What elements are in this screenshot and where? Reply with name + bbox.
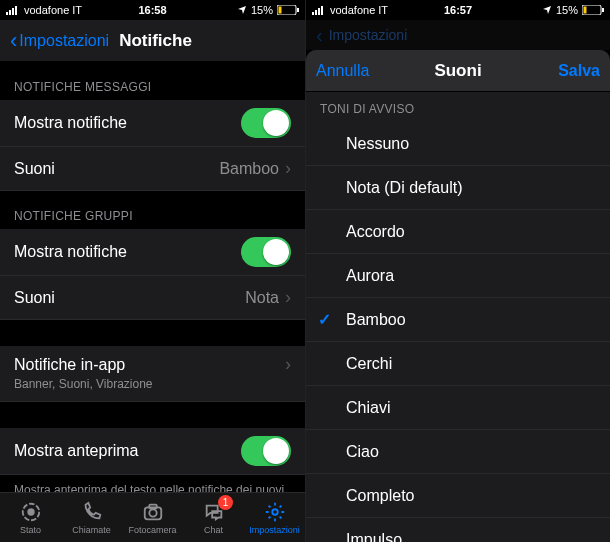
sound-option-label: Nota (Di default) [346, 179, 463, 197]
page-title: Notifiche [119, 31, 192, 51]
clock: 16:57 [444, 4, 472, 16]
label: Mostra notifiche [14, 114, 241, 132]
dimmed-nav: ‹ Impostazioni [306, 20, 610, 50]
tab-status[interactable]: Stato [0, 493, 61, 542]
svg-rect-5 [279, 7, 282, 14]
status-bar: vodafone IT 16:58 15% [0, 0, 305, 20]
signal-icon [312, 5, 326, 15]
row-show-notifications-groups[interactable]: Mostra notifiche [0, 229, 305, 276]
battery-label: 15% [251, 4, 273, 16]
row-show-notifications-msgs[interactable]: Mostra notifiche [0, 100, 305, 147]
value: Nota [245, 289, 279, 307]
sound-option[interactable]: Aurora [306, 254, 610, 298]
battery-label: 15% [556, 4, 578, 16]
preview-note: Mostra anteprima del testo nelle notific… [0, 475, 305, 492]
value: Bamboo [219, 160, 279, 178]
carrier-label: vodafone IT [330, 4, 388, 16]
toggle-on-icon[interactable] [241, 436, 291, 466]
back-label: Impostazioni [19, 32, 109, 50]
checkmark-icon: ✓ [318, 310, 331, 329]
sound-option[interactable]: Accordo [306, 210, 610, 254]
sound-option-label: Nessuno [346, 135, 409, 153]
sound-option[interactable]: Ciao [306, 430, 610, 474]
sound-option-label: Impulso [346, 531, 402, 543]
svg-rect-16 [321, 6, 323, 15]
sound-option[interactable]: Completo [306, 474, 610, 518]
label: Notifiche in-app [14, 356, 285, 374]
modal-title: Suoni [434, 61, 481, 81]
svg-rect-13 [312, 12, 314, 15]
cancel-button[interactable]: Annulla [316, 62, 369, 80]
section-messages: NOTIFICHE MESSAGGI [0, 62, 305, 100]
svg-rect-0 [6, 12, 8, 15]
sound-option-label: Ciao [346, 443, 379, 461]
location-icon [237, 5, 247, 15]
sound-option-label: Completo [346, 487, 414, 505]
svg-point-8 [27, 508, 34, 515]
row-sounds-msgs[interactable]: Suoni Bamboo › [0, 147, 305, 191]
sound-option-label: Aurora [346, 267, 394, 285]
save-button[interactable]: Salva [558, 62, 600, 80]
row-inapp[interactable]: Notifiche in-app › Banner, Suoni, Vibraz… [0, 346, 305, 402]
sound-option-label: Bamboo [346, 311, 406, 329]
chevron-left-icon: ‹ [316, 24, 323, 47]
chevron-right-icon: › [285, 287, 291, 308]
toggle-on-icon[interactable] [241, 237, 291, 267]
section-tones: TONI DI AVVISO [306, 92, 610, 122]
chevron-right-icon: › [285, 158, 291, 179]
status-bar: vodafone IT 16:57 15% [306, 0, 610, 20]
svg-rect-14 [315, 10, 317, 15]
label: Mostra notifiche [14, 243, 241, 261]
svg-rect-15 [318, 8, 320, 15]
sound-option-label: Cerchi [346, 355, 392, 373]
chevron-right-icon: › [285, 354, 291, 375]
svg-rect-2 [12, 8, 14, 15]
label: Suoni [14, 160, 219, 178]
battery-icon [277, 5, 299, 15]
sound-option[interactable]: Chiavi [306, 386, 610, 430]
svg-rect-6 [297, 8, 299, 12]
sound-option[interactable]: ✓Bamboo [306, 298, 610, 342]
tab-chat[interactable]: 1 Chat [183, 493, 244, 542]
phone-left: vodafone IT 16:58 15% ‹ Impostazioni Not… [0, 0, 305, 542]
phone-right: vodafone IT 16:57 15% ‹ Impostazioni Ann… [305, 0, 610, 542]
sublabel: Banner, Suoni, Vibrazione [14, 377, 153, 391]
svg-rect-3 [15, 6, 17, 15]
modal-nav: Annulla Suoni Salva [306, 50, 610, 92]
svg-point-10 [149, 509, 156, 516]
status-ring-icon [19, 501, 43, 523]
row-sounds-groups[interactable]: Suoni Nota › [0, 276, 305, 320]
sound-option-label: Accordo [346, 223, 405, 241]
tab-settings[interactable]: Impostazioni [244, 493, 305, 542]
sound-option[interactable]: Nota (Di default) [306, 166, 610, 210]
phone-icon [80, 501, 104, 523]
svg-rect-18 [584, 7, 587, 14]
settings-content: NOTIFICHE MESSAGGI Mostra notifiche Suon… [0, 62, 305, 492]
chat-badge: 1 [218, 495, 233, 510]
carrier-label: vodafone IT [24, 4, 82, 16]
sound-option[interactable]: Nessuno [306, 122, 610, 166]
camera-icon [141, 501, 165, 523]
svg-rect-1 [9, 10, 11, 15]
svg-point-12 [272, 509, 278, 515]
svg-rect-19 [602, 8, 604, 12]
battery-icon [582, 5, 604, 15]
tab-camera[interactable]: Fotocamera [122, 493, 183, 542]
tab-bar: Stato Chiamate Fotocamera 1 Chat Imposta… [0, 492, 305, 542]
tab-calls[interactable]: Chiamate [61, 493, 122, 542]
label: Mostra anteprima [14, 442, 241, 460]
back-button[interactable]: ‹ Impostazioni [10, 30, 109, 52]
clock: 16:58 [138, 4, 166, 16]
sound-option-label: Chiavi [346, 399, 390, 417]
section-groups: NOTIFICHE GRUPPI [0, 191, 305, 229]
gear-icon [263, 501, 287, 523]
row-preview[interactable]: Mostra anteprima [0, 428, 305, 475]
signal-icon [6, 5, 20, 15]
sound-option[interactable]: Impulso [306, 518, 610, 542]
toggle-on-icon[interactable] [241, 108, 291, 138]
nav-header: ‹ Impostazioni Notifiche [0, 20, 305, 62]
label: Suoni [14, 289, 245, 307]
sound-option[interactable]: Cerchi [306, 342, 610, 386]
chevron-left-icon: ‹ [10, 30, 17, 52]
sounds-list: TONI DI AVVISO NessunoNota (Di default)A… [306, 92, 610, 542]
